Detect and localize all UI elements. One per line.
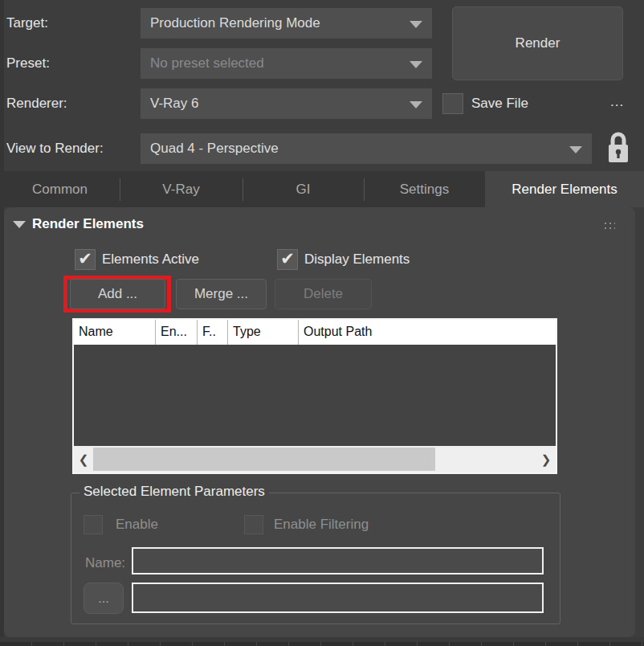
group-title: Selected Element Parameters (79, 484, 269, 500)
rollout-collapse-icon[interactable] (13, 221, 26, 228)
render-button-label: Render (516, 35, 560, 51)
tab-render-elements[interactable]: Render Elements (485, 171, 644, 207)
lock-icon[interactable] (605, 131, 631, 168)
target-label: Target: (6, 15, 48, 31)
element-name-input[interactable] (132, 547, 544, 574)
target-dropdown[interactable]: Production Rendering Mode (141, 8, 432, 39)
output-path-input[interactable] (132, 583, 544, 613)
selected-element-parameters-group: Selected Element Parameters Enable Enabl… (71, 493, 560, 624)
save-file-checkbox[interactable] (442, 93, 463, 114)
view-to-render-label: View to Render: (6, 141, 104, 157)
display-elements-checkbox[interactable]: ✔ (277, 249, 298, 270)
display-elements-label: Display Elements (304, 251, 410, 268)
enable-label: Enable (116, 517, 158, 533)
view-to-render-dropdown-value: Quad 4 - Perspective (150, 141, 279, 156)
table-body-empty[interactable] (74, 345, 556, 446)
rollout-title[interactable]: Render Elements (32, 216, 144, 232)
column-header-name[interactable]: Name (74, 320, 156, 345)
name-label: Name: (85, 555, 125, 571)
tab-common[interactable]: Common (0, 171, 120, 207)
enable-checkbox (84, 515, 103, 534)
enable-filtering-label: Enable Filtering (274, 517, 369, 533)
column-header-output-path[interactable]: Output Path (299, 320, 556, 345)
preset-dropdown-value: No preset selected (150, 55, 264, 71)
target-dropdown-value: Production Rendering Mode (150, 15, 320, 31)
render-elements-table: Name En... F.. Type Output Path ❮ ❯ (72, 318, 557, 474)
view-to-render-dropdown[interactable]: Quad 4 - Perspective (141, 133, 592, 164)
preset-label: Preset: (6, 55, 50, 72)
tab-bar: Common V-Ray GI Settings Render Elements (0, 171, 644, 207)
chevron-down-icon (410, 61, 422, 68)
scrollbar-thumb[interactable] (93, 448, 435, 471)
chevron-down-icon (410, 101, 422, 108)
save-file-label: Save File (471, 96, 528, 112)
column-header-enabled[interactable]: En... (156, 320, 198, 345)
column-header-type[interactable]: Type (228, 320, 299, 345)
add-button[interactable]: Add ... (70, 279, 165, 309)
scroll-right-icon[interactable]: ❯ (536, 446, 556, 472)
column-header-filter[interactable]: F.. (198, 320, 228, 345)
save-file-more-button[interactable]: ... (610, 94, 624, 110)
render-elements-rollout: Render Elements ✔ Elements Active ✔ Disp… (4, 207, 635, 637)
enable-filtering-checkbox (244, 515, 263, 534)
horizontal-scrollbar[interactable]: ❮ ❯ (74, 446, 556, 472)
scroll-left-icon[interactable]: ❮ (74, 446, 93, 472)
drag-grip-icon[interactable] (602, 220, 615, 231)
preset-dropdown[interactable]: No preset selected (141, 48, 432, 79)
render-button[interactable]: Render (452, 6, 623, 80)
tab-gi[interactable]: GI (243, 171, 364, 207)
delete-button: Delete (275, 279, 372, 309)
check-icon: ✔ (280, 250, 295, 267)
table-header-row: Name En... F.. Type Output Path (74, 320, 556, 345)
renderer-label: Renderer: (6, 96, 67, 112)
chevron-down-icon (569, 146, 582, 153)
tab-vray[interactable]: V-Ray (120, 171, 243, 207)
browse-output-button[interactable]: ... (84, 583, 124, 614)
check-icon: ✔ (78, 250, 92, 267)
elements-active-checkbox[interactable]: ✔ (75, 249, 96, 270)
elements-active-label: Elements Active (102, 251, 199, 268)
renderer-dropdown[interactable]: V-Ray 6 (141, 88, 432, 119)
merge-button[interactable]: Merge ... (176, 279, 267, 309)
renderer-dropdown-value: V-Ray 6 (150, 96, 198, 111)
bottom-edge-strip (0, 642, 644, 646)
chevron-down-icon (410, 21, 422, 28)
tab-settings[interactable]: Settings (364, 171, 485, 207)
